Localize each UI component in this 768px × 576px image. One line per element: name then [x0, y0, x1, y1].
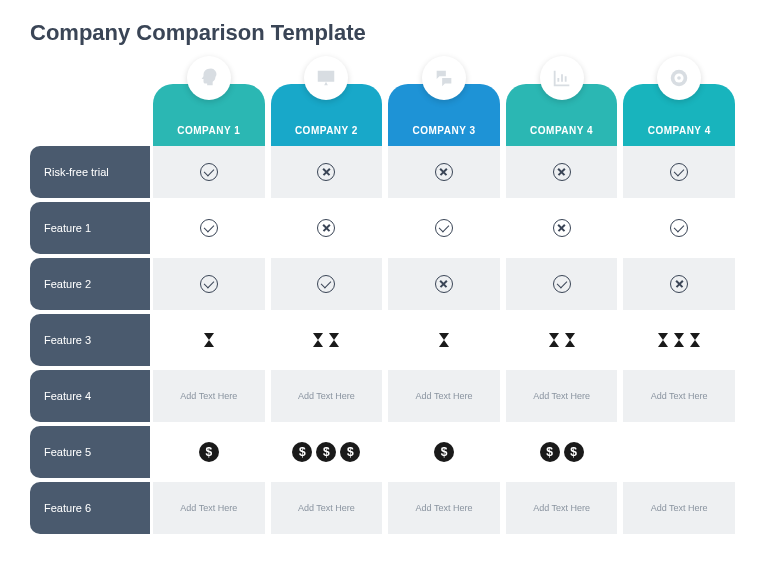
cell-text: Add Text Here	[533, 503, 590, 513]
cell-text: Add Text Here	[651, 503, 708, 513]
hourglass-icon	[439, 333, 449, 347]
cell: Add Text Here	[506, 482, 618, 534]
cell-text: Add Text Here	[180, 503, 237, 513]
check-icon	[435, 219, 453, 237]
cell	[388, 202, 500, 254]
cross-icon	[553, 219, 571, 237]
column-header: COMPANY 3	[388, 56, 500, 146]
comparison-grid: COMPANY 1COMPANY 2COMPANY 3COMPANY 4COMP…	[30, 56, 738, 538]
cell-text: Add Text Here	[533, 391, 590, 401]
dollar-icon: $	[340, 442, 360, 462]
column-label: COMPANY 3	[412, 125, 475, 136]
column-header: COMPANY 4	[623, 56, 735, 146]
cross-icon	[435, 275, 453, 293]
cell	[388, 314, 500, 366]
cell	[623, 202, 735, 254]
cell-text: Add Text Here	[298, 503, 355, 513]
hourglass-icon	[313, 333, 323, 347]
cell	[506, 258, 618, 310]
check-icon	[317, 275, 335, 293]
cell	[623, 314, 735, 366]
column-header: COMPANY 2	[271, 56, 383, 146]
cell	[506, 314, 618, 366]
row-label: Feature 5	[30, 426, 150, 478]
cell	[388, 258, 500, 310]
row-label: Feature 3	[30, 314, 150, 366]
cell-text: Add Text Here	[298, 391, 355, 401]
check-icon	[200, 163, 218, 181]
cell	[271, 314, 383, 366]
svg-point-2	[677, 76, 681, 80]
cell: Add Text Here	[271, 370, 383, 422]
cell: Add Text Here	[271, 482, 383, 534]
cell: $$$	[271, 426, 383, 478]
cell	[271, 202, 383, 254]
dollar-icon: $	[434, 442, 454, 462]
dollar-icon: $	[564, 442, 584, 462]
cell: Add Text Here	[153, 370, 265, 422]
head-icon	[187, 56, 231, 100]
cell: $$	[506, 426, 618, 478]
cell: $	[388, 426, 500, 478]
cell: Add Text Here	[153, 482, 265, 534]
check-icon	[553, 275, 571, 293]
cell: Add Text Here	[506, 370, 618, 422]
hourglass-icon	[658, 333, 668, 347]
cell	[506, 202, 618, 254]
cell	[153, 314, 265, 366]
column-header: COMPANY 1	[153, 56, 265, 146]
cell	[153, 202, 265, 254]
check-icon	[670, 219, 688, 237]
cell: Add Text Here	[623, 370, 735, 422]
column-label: COMPANY 4	[530, 125, 593, 136]
cell	[623, 146, 735, 198]
column-label: COMPANY 4	[648, 125, 711, 136]
cell-text: Add Text Here	[416, 503, 473, 513]
target-icon	[657, 56, 701, 100]
cross-icon	[670, 275, 688, 293]
cross-icon	[317, 219, 335, 237]
row-label: Feature 1	[30, 202, 150, 254]
row-label: Risk-free trial	[30, 146, 150, 198]
column-label: COMPANY 1	[177, 125, 240, 136]
cell: Add Text Here	[623, 482, 735, 534]
column-label: COMPANY 2	[295, 125, 358, 136]
dollar-icon: $	[199, 442, 219, 462]
dollar-icon: $	[292, 442, 312, 462]
board-icon	[304, 56, 348, 100]
dollar-icon: $	[316, 442, 336, 462]
cell	[271, 258, 383, 310]
check-icon	[200, 275, 218, 293]
chart-icon	[540, 56, 584, 100]
cell: Add Text Here	[388, 370, 500, 422]
row-label: Feature 2	[30, 258, 150, 310]
hourglass-icon	[690, 333, 700, 347]
column-header: COMPANY 4	[506, 56, 618, 146]
cell	[153, 146, 265, 198]
hourglass-icon	[204, 333, 214, 347]
cell: $	[153, 426, 265, 478]
hourglass-icon	[565, 333, 575, 347]
hourglass-icon	[329, 333, 339, 347]
page-title: Company Comparison Template	[30, 20, 738, 46]
cell-text: Add Text Here	[651, 391, 708, 401]
cell	[623, 426, 735, 478]
cell-text: Add Text Here	[416, 391, 473, 401]
row-label: Feature 4	[30, 370, 150, 422]
chat-icon	[422, 56, 466, 100]
row-label: Feature 6	[30, 482, 150, 534]
cell: Add Text Here	[388, 482, 500, 534]
cross-icon	[435, 163, 453, 181]
check-icon	[670, 163, 688, 181]
check-icon	[200, 219, 218, 237]
cell	[271, 146, 383, 198]
hourglass-icon	[549, 333, 559, 347]
cell-text: Add Text Here	[180, 391, 237, 401]
cell	[623, 258, 735, 310]
cell	[506, 146, 618, 198]
hourglass-icon	[674, 333, 684, 347]
cell	[153, 258, 265, 310]
cross-icon	[317, 163, 335, 181]
cell	[388, 146, 500, 198]
cross-icon	[553, 163, 571, 181]
